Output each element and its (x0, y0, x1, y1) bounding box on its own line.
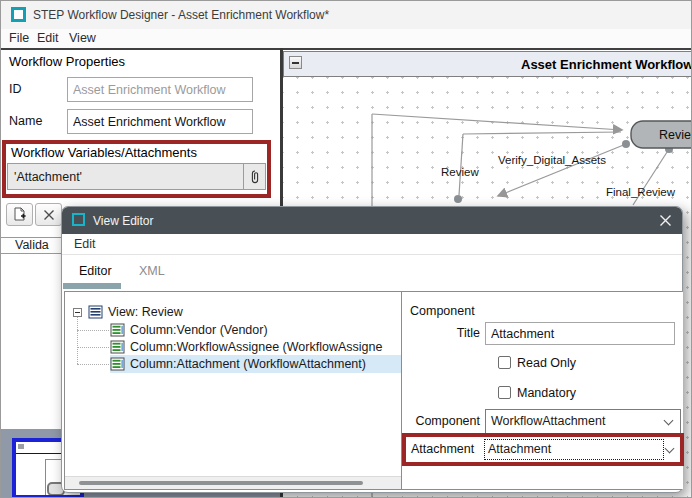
properties-heading: Workflow Properties (9, 54, 125, 69)
new-variable-button[interactable] (6, 203, 33, 226)
dialog-content: View: Review Column:Vendor (Vendor) (64, 291, 682, 490)
menu-view[interactable]: View (69, 31, 96, 45)
edge-label-final: Final_Review (606, 186, 676, 198)
close-icon (659, 214, 672, 227)
connection-dot[interactable] (454, 195, 462, 203)
id-label: ID (9, 82, 22, 96)
edge-label-verify: Verify_Digital_Assets (498, 154, 606, 166)
attachment-type-cell (243, 163, 266, 190)
edge-line (372, 114, 622, 130)
dialog-titlebar[interactable]: View Editor (62, 207, 682, 234)
edge-line (463, 132, 621, 134)
variables-heading: Workflow Variables/Attachments (11, 145, 197, 160)
component-dropdown[interactable]: WorkflowAttachment (485, 409, 681, 434)
mandatory-checkbox[interactable] (498, 386, 511, 399)
column-icon (110, 357, 125, 371)
dialog-menubar: Edit (62, 234, 682, 255)
tree-connector (77, 347, 109, 348)
column-icon (110, 340, 125, 354)
node-review[interactable]: Review (631, 121, 692, 148)
tree-connector (77, 364, 109, 365)
dialog-app-icon (72, 213, 85, 226)
title-field[interactable] (485, 322, 675, 345)
component-dropdown-value: WorkflowAttachment (491, 414, 605, 428)
column-icon (110, 323, 125, 337)
delete-variable-button[interactable] (35, 203, 62, 226)
paperclip-icon (250, 170, 260, 184)
attachment-label: Attachment (411, 442, 474, 456)
collapse-icon[interactable] (289, 56, 302, 69)
dialog-title: View Editor (93, 214, 153, 228)
canvas-header: Asset Enrichment Workflow (A (283, 51, 692, 77)
window-title: STEP Workflow Designer - Asset Enrichmen… (33, 8, 329, 22)
view-editor-dialog: View Editor Edit Editor XML (61, 206, 683, 493)
tree-item-label: Column:WorkflowAssignee (WorkflowAssigne (130, 340, 382, 354)
variable-name: 'Attachment' (14, 170, 82, 184)
tree-root-view-review[interactable]: View: Review (73, 303, 183, 321)
tree-horizontal-scrollbar[interactable] (65, 476, 401, 489)
tree-item-vendor[interactable]: Column:Vendor (Vendor) (110, 321, 268, 339)
app-window: STEP Workflow Designer - Asset Enrichmen… (0, 0, 692, 498)
minimap-edge-v (45, 459, 46, 498)
name-field[interactable] (67, 109, 253, 134)
app-icon (11, 7, 26, 22)
view-tree-pane: View: Review Column:Vendor (Vendor) (65, 292, 402, 489)
name-label: Name (9, 114, 42, 128)
node-review-label: Review (659, 128, 692, 142)
tree-root-label: View: Review (108, 305, 183, 319)
view-icon (88, 305, 103, 319)
chevron-down-icon[interactable] (665, 444, 675, 454)
variable-row-attachment[interactable]: 'Attachment' (7, 163, 266, 190)
tree-item-attachment-selected[interactable]: Column:Attachment (WorkflowAttachment) (110, 355, 401, 373)
attachment-dropdown-value: Attachment (488, 442, 551, 456)
main-menubar: File Edit View (1, 29, 692, 48)
tree-item-label: Column:Attachment (WorkflowAttachment) (130, 357, 366, 371)
component-heading: Component (410, 304, 475, 318)
variables-highlight-box: Workflow Variables/Attachments 'Attachme… (2, 140, 271, 198)
scrollbar-thumb[interactable] (79, 481, 363, 485)
active-tab-underline (63, 283, 121, 289)
new-document-icon (13, 207, 27, 222)
tree-collapse-icon[interactable] (73, 308, 82, 317)
validation-label: Valida (15, 238, 49, 252)
attachment-dropdown[interactable]: Attachment (484, 439, 664, 460)
component-form-pane: Component Title Read Only Mandatory Comp… (403, 292, 683, 489)
title-label: Title (423, 326, 480, 340)
tree-item-label: Column:Vendor (Vendor) (130, 323, 268, 337)
read-only-label: Read Only (517, 356, 576, 370)
read-only-checkbox[interactable] (498, 356, 511, 369)
attachment-highlight-box: Attachment Attachment (402, 433, 684, 466)
window-titlebar: STEP Workflow Designer - Asset Enrichmen… (1, 1, 692, 29)
chevron-down-icon (664, 416, 674, 426)
menu-edit[interactable]: Edit (37, 31, 59, 45)
dialog-tabbar: Editor XML (62, 255, 682, 290)
component-label: Component (407, 414, 480, 428)
mandatory-label: Mandatory (517, 386, 576, 400)
edge-label-review: Review (441, 166, 479, 178)
edge-line (459, 134, 463, 195)
connection-dot[interactable] (622, 140, 630, 148)
menu-file[interactable]: File (9, 31, 29, 45)
delete-x-icon (43, 209, 55, 221)
minimap-window-icon (18, 444, 24, 449)
tab-editor[interactable]: Editor (79, 264, 112, 278)
canvas-title: Asset Enrichment Workflow (A (521, 57, 692, 72)
tree-connector (77, 330, 109, 331)
tree-item-workflow-assignee[interactable]: Column:WorkflowAssignee (WorkflowAssigne (110, 338, 382, 356)
id-field[interactable] (67, 77, 253, 102)
tab-xml[interactable]: XML (139, 264, 165, 278)
close-button[interactable] (654, 211, 676, 230)
dialog-menu-edit[interactable]: Edit (74, 237, 96, 251)
